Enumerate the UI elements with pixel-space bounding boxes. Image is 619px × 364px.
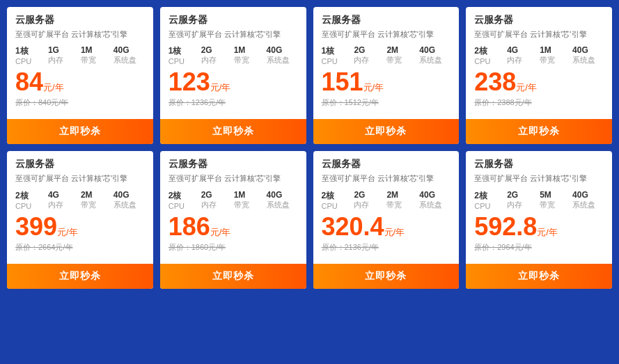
buy-button[interactable]: 立即秒杀 [160,119,306,144]
price-unit: 元/年 [384,227,405,237]
buy-button[interactable]: 立即秒杀 [313,264,460,289]
spec-label: 内存 [201,200,233,210]
price-display: 186元/年 [169,214,298,239]
specs-grid: 2核 CPU 2G 内存 1M 带宽 40G 系统盘 [169,190,298,210]
spec-item: 2G 内存 [354,45,385,65]
card-subtitle: 至强可扩展平台 云计算核'芯'引擎 [15,173,145,184]
price-unit: 元/年 [537,227,558,237]
price-big: 84 [15,68,43,96]
spec-value: 5M [540,190,571,200]
spec-item: 2核 CPU [169,190,200,210]
spec-item: 40G 系统盘 [113,45,145,65]
spec-value: 2M [386,45,418,55]
spec-label: CPU [322,57,353,65]
buy-button[interactable]: 立即秒杀 [160,264,306,289]
spec-item: 2G 内存 [507,190,538,210]
spec-value: 2M [386,190,418,200]
spec-value: 1G [48,45,79,55]
spec-item: 2G 内存 [354,190,385,210]
spec-item: 5M 带宽 [540,190,571,210]
card-subtitle: 至强可扩展平台 云计算核'芯'引擎 [15,29,145,40]
spec-label: 带宽 [386,200,418,210]
spec-label: 系统盘 [113,55,145,65]
spec-value: 40G [267,190,298,200]
buy-button[interactable]: 立即秒杀 [7,119,153,144]
card-title: 云服务器 [169,14,298,26]
spec-value: 2核 [169,190,200,202]
buy-button[interactable]: 立即秒杀 [313,119,460,144]
spec-item: 2G 内存 [201,45,233,65]
spec-value: 40G [419,45,450,55]
specs-grid: 2核 CPU 2G 内存 5M 带宽 40G 系统盘 [474,190,604,210]
specs-grid: 1核 CPU 2G 内存 1M 带宽 40G 系统盘 [169,45,298,65]
spec-value: 2G [354,190,385,200]
spec-item: 2核 CPU [322,190,353,210]
price-big: 320.4 [322,212,384,241]
price-display: 399元/年 [15,214,145,239]
product-card-1: 云服务器 至强可扩展平台 云计算核'芯'引擎 1核 CPU 1G 内存 1M 带… [7,7,153,144]
spec-item: 1M 带宽 [234,190,265,210]
spec-item: 1M 带宽 [540,45,571,65]
spec-value: 2核 [474,190,506,202]
spec-item: 4G 内存 [48,190,79,210]
product-card-5: 云服务器 至强可扩展平台 云计算核'芯'引擎 2核 CPU 4G 内存 2M 带… [7,151,153,288]
buy-button[interactable]: 立即秒杀 [7,264,153,289]
spec-value: 4G [507,45,538,55]
spec-label: 内存 [48,55,79,65]
spec-item: 2核 CPU [474,45,506,65]
product-card-3: 云服务器 至强可扩展平台 云计算核'芯'引擎 1核 CPU 2G 内存 2M 带… [313,7,460,144]
spec-label: 带宽 [234,55,265,65]
price-big: 399 [15,212,57,241]
product-card-8: 云服务器 至强可扩展平台 云计算核'芯'引擎 2核 CPU 2G 内存 5M 带… [466,151,612,288]
price-display: 84元/年 [15,70,145,95]
card-title: 云服务器 [322,158,451,171]
spec-item: 4G 内存 [507,45,538,65]
spec-label: 内存 [507,55,538,65]
card-title: 云服务器 [169,158,298,171]
price-big: 186 [169,212,210,241]
spec-item: 1核 CPU [169,45,200,65]
spec-item: 2M 带宽 [386,190,418,210]
product-card-4: 云服务器 至强可扩展平台 云计算核'芯'引擎 2核 CPU 4G 内存 1M 带… [466,7,612,144]
spec-label: 带宽 [81,55,112,65]
spec-item: 40G 系统盘 [267,45,298,65]
buy-button[interactable]: 立即秒杀 [466,264,612,289]
spec-item: 40G 系统盘 [267,190,298,210]
spec-label: 带宽 [540,200,571,210]
price-original: 原价：1512元/年 [322,97,451,108]
card-subtitle: 至强可扩展平台 云计算核'芯'引擎 [169,173,298,184]
price-unit: 元/年 [43,82,64,93]
spec-item: 1核 CPU [322,45,353,65]
spec-value: 1核 [15,45,47,57]
spec-item: 40G 系统盘 [572,190,604,210]
spec-label: 带宽 [386,55,418,65]
spec-label: 系统盘 [267,200,298,210]
card-subtitle: 至强可扩展平台 云计算核'芯'引擎 [169,29,298,40]
spec-label: 内存 [354,55,385,65]
spec-value: 1M [81,45,112,55]
spec-label: 带宽 [81,200,112,210]
spec-value: 2核 [322,190,353,202]
spec-value: 1核 [169,45,200,57]
buy-button[interactable]: 立即秒杀 [466,119,612,144]
price-original: 原价：840元/年 [15,97,145,108]
spec-item: 2核 CPU [15,190,47,210]
spec-value: 1M [234,45,265,55]
card-subtitle: 至强可扩展平台 云计算核'芯'引擎 [474,173,604,184]
spec-label: CPU [322,202,353,210]
spec-value: 2核 [474,45,506,57]
price-original: 原价：1236元/年 [169,97,298,108]
specs-grid: 2核 CPU 4G 内存 2M 带宽 40G 系统盘 [15,190,145,210]
price-unit: 元/年 [363,82,384,93]
spec-label: 内存 [201,55,233,65]
spec-item: 40G 系统盘 [419,45,450,65]
spec-item: 1G 内存 [48,45,79,65]
spec-item: 40G 系统盘 [572,45,604,65]
specs-grid: 2核 CPU 2G 内存 2M 带宽 40G 系统盘 [322,190,451,210]
price-display: 123元/年 [169,70,298,95]
spec-label: CPU [474,57,506,65]
spec-label: 带宽 [234,200,265,210]
spec-value: 2M [81,190,112,200]
price-original: 原价：1860元/年 [169,242,298,253]
product-card-2: 云服务器 至强可扩展平台 云计算核'芯'引擎 1核 CPU 2G 内存 1M 带… [160,7,306,144]
